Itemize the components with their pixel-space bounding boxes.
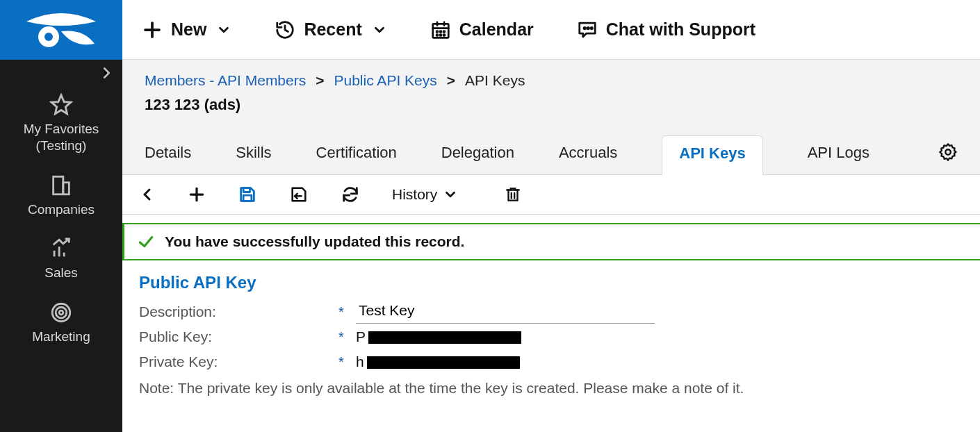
recent-button[interactable]: Recent — [275, 19, 386, 40]
row-private-key: Private Key: * h — [139, 349, 963, 374]
public-key-value: P — [356, 329, 963, 345]
chat-icon — [577, 19, 598, 40]
building-icon — [49, 174, 73, 197]
form-section: Public API Key Description: * Public Key… — [122, 260, 980, 397]
svg-rect-35 — [243, 188, 250, 192]
target-icon — [49, 301, 73, 324]
description-input[interactable] — [356, 301, 655, 324]
save-and-close-button[interactable] — [289, 185, 309, 204]
private-key-prefix: h — [356, 354, 364, 370]
svg-point-31 — [591, 27, 593, 29]
sidebar-item-label: Sales — [44, 265, 78, 281]
recent-label: Recent — [304, 19, 361, 40]
breadcrumb-separator: > — [316, 72, 324, 89]
save-button[interactable] — [238, 185, 257, 204]
sidebar-expand-button[interactable] — [0, 60, 122, 83]
tab-details[interactable]: Details — [145, 135, 191, 174]
svg-point-15 — [56, 307, 67, 318]
success-banner: You have successfully updated this recor… — [122, 223, 980, 260]
breadcrumb-link-public-api-keys[interactable]: Public API Keys — [334, 72, 437, 89]
sidebar-item-sales[interactable]: Sales — [0, 227, 122, 291]
delete-button[interactable] — [504, 185, 522, 203]
svg-rect-36 — [243, 195, 252, 201]
svg-marker-2 — [51, 95, 71, 114]
svg-point-27 — [440, 34, 441, 35]
svg-point-26 — [436, 34, 438, 35]
svg-rect-4 — [63, 182, 70, 194]
tabs: Details Skills Certification Delegation … — [145, 135, 958, 174]
required-marker: * — [331, 354, 352, 370]
public-key-prefix: P — [356, 329, 366, 345]
refresh-button[interactable] — [341, 185, 360, 204]
chat-label: Chat with Support — [606, 19, 756, 40]
svg-point-28 — [443, 34, 445, 35]
save-close-icon — [289, 185, 309, 204]
chart-icon — [49, 237, 73, 260]
chevron-right-icon — [99, 65, 114, 81]
calendar-button[interactable]: Calendar — [430, 19, 534, 40]
record-toolbar: History — [122, 175, 980, 215]
private-key-label: Private Key: — [139, 354, 327, 370]
star-icon — [49, 93, 73, 117]
private-key-note: Note: The private key is only available … — [139, 380, 963, 397]
topbar: New Recent Calendar — [122, 0, 980, 60]
owl-logo-icon — [19, 9, 103, 51]
chevron-down-icon — [443, 187, 458, 202]
svg-rect-3 — [54, 176, 63, 194]
private-key-value: h — [356, 354, 963, 370]
trash-icon — [504, 185, 522, 203]
tab-api-logs[interactable]: API Logs — [808, 135, 869, 174]
sidebar-item-marketing[interactable]: Marketing — [0, 291, 122, 355]
calendar-icon — [430, 19, 451, 40]
new-label: New — [171, 19, 206, 40]
sidebar-item-favorites[interactable]: My Favorites (Testing) — [0, 83, 122, 164]
breadcrumb-link-members[interactable]: Members - API Members — [145, 72, 306, 89]
save-icon — [238, 185, 257, 204]
history-icon — [275, 19, 295, 40]
svg-point-16 — [59, 310, 63, 315]
description-label: Description: — [139, 304, 327, 320]
chevron-left-icon — [139, 186, 156, 203]
chat-support-button[interactable]: Chat with Support — [577, 19, 756, 40]
svg-point-23 — [436, 31, 438, 32]
svg-point-30 — [587, 27, 589, 29]
sidebar-item-companies[interactable]: Companies — [0, 164, 122, 228]
redacted-bar — [367, 356, 520, 369]
sidebar-item-label: Companies — [28, 201, 95, 218]
history-button[interactable]: History — [392, 186, 458, 203]
tab-delegation[interactable]: Delegation — [441, 135, 514, 174]
svg-point-25 — [443, 31, 445, 32]
tab-settings-button[interactable] — [938, 142, 958, 174]
sidebar-item-label: My Favorites (Testing) — [24, 121, 99, 154]
tab-accruals[interactable]: Accruals — [559, 135, 617, 174]
chevron-down-icon — [372, 22, 387, 38]
redacted-bar — [368, 331, 521, 344]
tab-api-keys[interactable]: API Keys — [662, 135, 762, 175]
refresh-icon — [341, 185, 360, 204]
svg-point-24 — [440, 31, 441, 32]
section-title: Public API Key — [139, 273, 963, 292]
sidebar-item-label: Marketing — [32, 329, 90, 345]
check-icon — [137, 233, 155, 251]
breadcrumb-separator: > — [447, 72, 455, 89]
tab-skills[interactable]: Skills — [236, 135, 271, 174]
main-column: New Recent Calendar — [122, 0, 980, 432]
success-message: You have successfully updated this recor… — [165, 233, 464, 250]
add-button[interactable] — [188, 185, 206, 203]
plus-icon — [188, 185, 206, 203]
svg-point-1 — [44, 33, 53, 41]
logo[interactable] — [0, 0, 122, 60]
record-title: 123 123 (ads) — [145, 96, 958, 114]
back-button[interactable] — [139, 186, 156, 203]
app-root: My Favorites (Testing) Companies — [0, 0, 980, 432]
gear-icon — [938, 142, 958, 162]
required-marker: * — [331, 304, 352, 320]
public-key-label: Public Key: — [139, 329, 327, 345]
svg-point-32 — [945, 149, 950, 154]
required-marker: * — [331, 329, 352, 345]
sidebar: My Favorites (Testing) Companies — [0, 0, 122, 432]
breadcrumb-current: API Keys — [465, 72, 525, 89]
tab-certification[interactable]: Certification — [316, 135, 397, 174]
plus-icon — [142, 19, 163, 40]
new-button[interactable]: New — [142, 19, 231, 40]
